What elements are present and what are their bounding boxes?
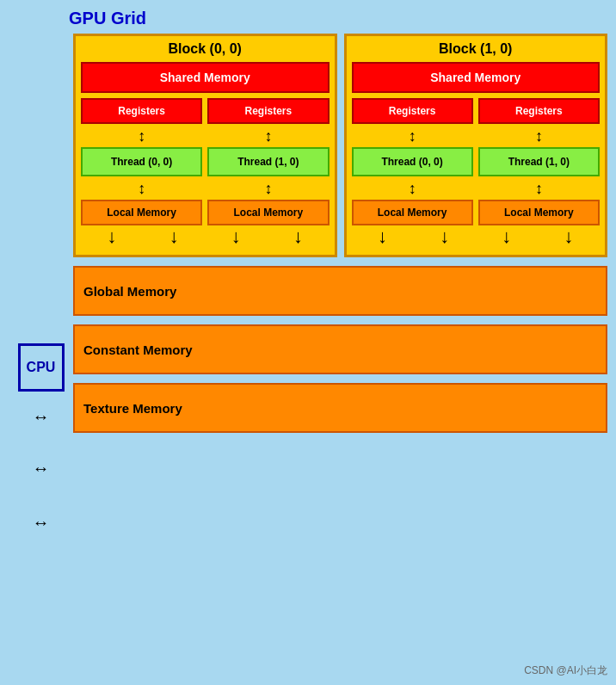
block0-down-arrows: ↓ ↓ ↓ ↓: [81, 225, 330, 248]
block-1-0-label: Block (1, 0): [352, 41, 601, 57]
blocks-row: Block (0, 0) Shared Memory Registers Reg…: [73, 34, 607, 257]
texture-memory-label: Texture Memory: [83, 401, 187, 416]
gpu-grid-title: GPU Grid: [69, 9, 607, 28]
cpu-section: CPU ↔ ↔ ↔: [18, 343, 65, 550]
block0-thick-arrow-1: ↓: [169, 225, 179, 248]
block0-threads-row: Thread (0, 0) Thread (1, 0): [81, 147, 330, 176]
block0-tl-arrow-1: ↕: [207, 180, 329, 198]
block0-thick-arrow-0: ↓: [108, 225, 117, 248]
cpu-box: CPU: [18, 343, 65, 392]
block1-local-row: Local Memory Local Memory: [352, 200, 601, 225]
block0-thick-arrow-2: ↓: [231, 225, 241, 248]
block0-register-0: Registers: [81, 98, 202, 124]
block1-thick-arrow-3: ↓: [564, 225, 573, 248]
cpu-label: CPU: [27, 360, 56, 375]
block1-local-down-arrows: ↓ ↓ ↓ ↓: [352, 225, 601, 248]
block1-arrow-0: ↕: [352, 127, 473, 145]
block1-register-1: Registers: [478, 98, 600, 124]
block1-local-0: Local Memory: [352, 200, 473, 225]
cpu-constant-arrow: ↔: [33, 459, 50, 478]
block0-register-1: Registers: [207, 98, 329, 124]
right-column: Block (0, 0) Shared Memory Registers Reg…: [73, 34, 607, 550]
global-memory-layer: Global Memory: [73, 266, 607, 316]
block0-local-0: Local Memory: [81, 200, 202, 225]
block1-register-0: Registers: [352, 98, 473, 124]
block1-registers-row: Registers Registers: [352, 98, 601, 124]
block0-thread-local-arrows: ↕ ↕: [81, 180, 330, 198]
block0-thread-1-0: Thread (1, 0): [207, 147, 329, 176]
block-0-0: Block (0, 0) Shared Memory Registers Reg…: [73, 34, 337, 257]
block0-arrow-0: ↕: [81, 127, 202, 145]
constant-memory-label: Constant Memory: [83, 342, 193, 357]
block1-tl-arrow-0: ↕: [352, 180, 473, 198]
block1-arrow-1: ↕: [478, 127, 600, 145]
block0-local-1: Local Memory: [207, 200, 329, 225]
block-0-0-label: Block (0, 0): [81, 41, 330, 57]
block1-thread-0-0: Thread (0, 0): [352, 147, 473, 176]
block0-thread-0-0: Thread (0, 0): [81, 147, 202, 176]
block1-thick-arrow-1: ↓: [440, 225, 449, 248]
block1-local-1: Local Memory: [478, 200, 600, 225]
left-column: CPU ↔ ↔ ↔: [9, 34, 73, 550]
content-wrapper: CPU ↔ ↔ ↔: [9, 34, 607, 550]
block0-reg-thread-arrows: ↕ ↕: [81, 127, 330, 145]
block-1-0: Block (1, 0) Shared Memory Registers Reg…: [344, 34, 608, 257]
outer-container: GPU Grid CPU ↔ ↔ ↔: [0, 0, 616, 685]
block0-shared-memory: Shared Memory: [81, 62, 330, 93]
texture-memory-layer: Texture Memory: [73, 383, 607, 433]
watermark: CSDN @AI小白龙: [524, 663, 607, 678]
block0-local-down-arrows: ↓ ↓ ↓ ↓: [81, 225, 330, 248]
block0-tl-arrow-0: ↕: [81, 180, 202, 198]
block1-thread-1-0: Thread (1, 0): [478, 147, 600, 176]
block1-thread-local-arrows: ↕ ↕: [352, 180, 601, 198]
global-memory-label: Global Memory: [83, 284, 187, 299]
block1-down-arrows: ↓ ↓ ↓ ↓: [352, 225, 601, 248]
block1-thick-arrow-0: ↓: [378, 225, 387, 248]
block1-reg-thread-arrows: ↕ ↕: [352, 127, 601, 145]
constant-memory-layer: Constant Memory: [73, 324, 607, 374]
block1-tl-arrow-1: ↕: [478, 180, 600, 198]
block0-thick-arrow-3: ↓: [293, 225, 303, 248]
block0-arrow-1: ↕: [207, 127, 329, 145]
block1-thick-arrow-2: ↓: [502, 225, 511, 248]
block1-shared-memory: Shared Memory: [352, 62, 601, 93]
block0-local-row: Local Memory Local Memory: [81, 200, 330, 225]
block1-threads-row: Thread (0, 0) Thread (1, 0): [352, 147, 601, 176]
block0-registers-row: Registers Registers: [81, 98, 330, 124]
cpu-global-arrow: ↔: [33, 407, 50, 427]
cpu-texture-arrow: ↔: [33, 513, 50, 533]
